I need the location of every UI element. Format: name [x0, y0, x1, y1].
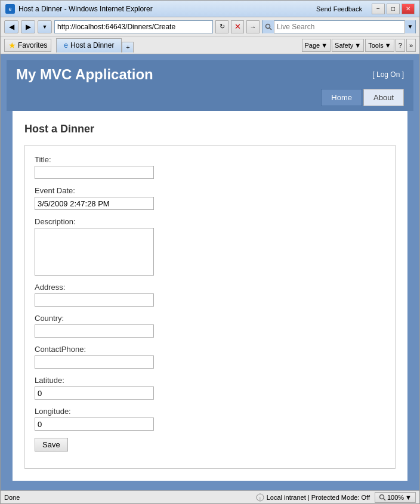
restore-button[interactable]: □: [387, 4, 400, 14]
longitude-input[interactable]: [35, 418, 154, 431]
title-label: Title:: [35, 155, 385, 164]
tools-menu-arrow: ▼: [385, 42, 391, 49]
country-input[interactable]: [35, 324, 154, 338]
minimize-button[interactable]: −: [372, 4, 385, 14]
contact-phone-group: ContactPhone:: [35, 345, 385, 369]
toolbar-overflow[interactable]: »: [406, 39, 416, 52]
contact-phone-label: ContactPhone:: [35, 345, 385, 354]
toolbar-right: Page ▼ Safety ▼ Tools ▼ ? »: [302, 39, 416, 52]
close-button[interactable]: ✕: [402, 4, 415, 14]
page-content: My MVC Application [ Log On ] Home About…: [1, 54, 419, 490]
event-date-group: Event Date:: [35, 186, 385, 210]
svg-line-1: [269, 27, 271, 30]
save-button[interactable]: Save: [35, 438, 68, 452]
status-right: i Local intranet | Protected Mode: Off 1…: [256, 492, 416, 503]
description-textarea[interactable]: [35, 228, 154, 276]
nav-home-button[interactable]: Home: [321, 89, 362, 106]
event-date-label: Event Date:: [35, 186, 385, 195]
latitude-label: Latitude:: [35, 376, 385, 385]
safety-menu-arrow: ▼: [354, 42, 361, 49]
contact-phone-input[interactable]: [35, 355, 154, 369]
safety-menu-button[interactable]: Safety ▼: [332, 39, 364, 52]
search-icon: [262, 20, 274, 33]
search-dropdown[interactable]: ▼: [404, 20, 415, 33]
address-input[interactable]: [54, 20, 213, 33]
browser-window: e Host a Dinner - Windows Internet Explo…: [0, 0, 420, 504]
zoom-arrow: ▼: [405, 494, 412, 501]
search-input[interactable]: [274, 21, 404, 33]
send-feedback-link[interactable]: Send Feedback: [316, 5, 362, 13]
title-group: Title:: [35, 155, 385, 179]
country-group: Country:: [35, 314, 385, 338]
tools-menu-label: Tools: [368, 42, 384, 49]
zoom-button[interactable]: 100% ▼: [375, 492, 416, 503]
zoom-text: 100%: [387, 494, 404, 501]
toolbar: ★ Favorites e Host a Dinner + Page ▼ Saf…: [1, 36, 419, 54]
address-label: Address:: [35, 283, 385, 292]
status-zone: i Local intranet | Protected Mode: Off: [256, 493, 370, 502]
favorites-label: Favorites: [18, 41, 47, 50]
longitude-label: Longitude:: [35, 407, 385, 416]
window-title: Host a Dinner - Windows Internet Explore…: [18, 5, 153, 13]
tab-area: e Host a Dinner +: [56, 38, 134, 52]
address-group: Address:: [35, 283, 385, 307]
zone-text: Local intranet | Protected Mode: Off: [267, 494, 370, 501]
title-bar-left: e Host a Dinner - Windows Internet Explo…: [5, 4, 153, 14]
help-button[interactable]: ?: [396, 39, 405, 52]
latitude-group: Latitude:: [35, 376, 385, 400]
description-label: Description:: [35, 217, 385, 226]
app-title: My MVC Application: [16, 66, 153, 83]
page-menu-button[interactable]: Page ▼: [302, 39, 331, 52]
main-content: Host a Dinner Title: Event Date: Descrip…: [13, 111, 407, 481]
nav-bar: Home About: [7, 89, 413, 111]
browser-icon: e: [5, 4, 15, 14]
status-text: Done: [4, 494, 251, 501]
stop-button[interactable]: ✕: [231, 20, 244, 33]
page-menu-arrow: ▼: [321, 42, 328, 49]
latitude-input[interactable]: [35, 386, 154, 400]
status-bar: Done i Local intranet | Protected Mode: …: [1, 490, 419, 503]
forward-button[interactable]: ▶: [21, 20, 35, 33]
dropdown-button[interactable]: ▼: [38, 20, 52, 33]
description-group: Description:: [35, 217, 385, 276]
new-tab-button[interactable]: +: [122, 42, 134, 52]
go-button[interactable]: →: [246, 20, 260, 33]
safety-menu-label: Safety: [335, 42, 353, 49]
title-bar: e Host a Dinner - Windows Internet Explo…: [1, 1, 419, 17]
form-container: Title: Event Date: Description: Address:: [24, 145, 396, 469]
app-header: My MVC Application [ Log On ]: [7, 60, 413, 89]
zoom-icon: [379, 494, 386, 501]
save-group: Save: [35, 438, 385, 452]
nav-about-button[interactable]: About: [363, 89, 404, 106]
window-controls: − □ ✕: [372, 4, 415, 14]
favorites-button[interactable]: ★ Favorites: [4, 39, 51, 52]
svg-line-5: [383, 498, 385, 500]
address-bar: ◀ ▶ ▼ ↻ ✕ → ▼: [1, 17, 419, 36]
title-input[interactable]: [35, 166, 154, 179]
refresh-button[interactable]: ↻: [215, 20, 228, 33]
tab-label: Host a Dinner: [70, 41, 114, 50]
address-input[interactable]: [35, 293, 154, 307]
page-menu-label: Page: [305, 42, 320, 49]
back-button[interactable]: ◀: [4, 20, 18, 33]
search-bar: ▼: [262, 20, 416, 33]
browser-tab[interactable]: e Host a Dinner: [56, 38, 122, 52]
log-on-link[interactable]: [ Log On ]: [372, 70, 404, 79]
svg-point-0: [265, 24, 270, 28]
zone-icon: i: [256, 493, 264, 502]
svg-point-4: [379, 494, 384, 499]
tools-menu-button[interactable]: Tools ▼: [365, 39, 394, 52]
longitude-group: Longitude:: [35, 407, 385, 431]
page-heading: Host a Dinner: [24, 123, 396, 135]
star-icon: ★: [8, 41, 16, 50]
svg-text:i: i: [260, 496, 261, 501]
event-date-input[interactable]: [35, 197, 154, 210]
country-label: Country:: [35, 314, 385, 323]
